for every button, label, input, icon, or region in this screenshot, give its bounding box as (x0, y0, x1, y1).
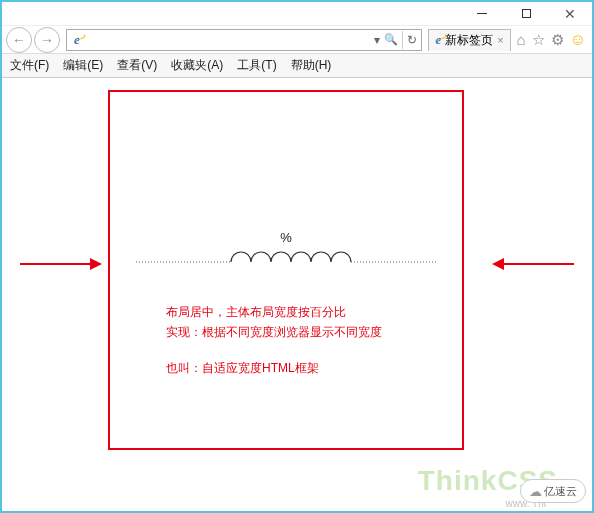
percent-label: % (280, 230, 292, 245)
window-titlebar: ✕ (2, 2, 592, 26)
arrow-line (504, 263, 574, 265)
page-viewport: % 布局居中，主体布局宽度按百分比 实现：根据不同宽度浏览器显示不同宽度 也叫：… (2, 78, 592, 511)
forward-icon: → (40, 32, 54, 48)
maximize-button[interactable] (504, 2, 548, 26)
minimize-button[interactable] (460, 2, 504, 26)
watermark-yisu-text: 亿速云 (544, 484, 577, 499)
watermark-yisu: ☁ 亿速云 (520, 479, 586, 503)
menu-file[interactable]: 文件(F) (10, 57, 49, 74)
menu-tools[interactable]: 工具(T) (237, 57, 276, 74)
arrow-left (20, 258, 102, 270)
cloud-icon: ☁ (529, 484, 542, 499)
spring-icon (136, 250, 436, 274)
address-right-controls: ▾ 🔍 ↻ (370, 31, 421, 49)
gear-icon[interactable]: ⚙ (551, 31, 564, 49)
menu-favorites[interactable]: 收藏夹(A) (171, 57, 223, 74)
tab-new[interactable]: e 新标签页 × (428, 29, 510, 51)
refresh-icon[interactable]: ↻ (407, 33, 417, 47)
forward-button[interactable]: → (34, 27, 60, 53)
menu-edit[interactable]: 编辑(E) (63, 57, 103, 74)
arrow-right (492, 258, 574, 270)
close-button[interactable]: ✕ (548, 2, 592, 26)
arrow-line (20, 263, 90, 265)
nav-toolbar: ← → e ▾ 🔍 ↻ e 新标签页 × ⌂ ☆ ⚙ ☺ (2, 26, 592, 54)
ie-logo-icon: e (67, 32, 87, 48)
divider (402, 31, 403, 49)
arrow-head-icon (90, 258, 102, 270)
menu-help[interactable]: 帮助(H) (291, 57, 332, 74)
back-button[interactable]: ← (6, 27, 32, 53)
arrow-head-icon (492, 258, 504, 270)
layout-demo-box: % 布局居中，主体布局宽度按百分比 实现：根据不同宽度浏览器显示不同宽度 也叫：… (108, 90, 464, 450)
browser-window: ✕ ← → e ▾ 🔍 ↻ e 新标签页 × ⌂ ☆ ⚙ ☺ (0, 0, 594, 513)
desc-line-2: 实现：根据不同宽度浏览器显示不同宽度 (166, 322, 406, 342)
search-icon[interactable]: 🔍 (384, 33, 398, 46)
address-bar[interactable]: e ▾ 🔍 ↻ (66, 29, 422, 51)
close-icon: ✕ (564, 7, 576, 21)
desc-line-3: 也叫：自适应宽度HTML框架 (166, 358, 406, 378)
tab-title: 新标签页 (445, 32, 493, 49)
address-input[interactable] (87, 30, 370, 50)
tab-close-icon[interactable]: × (497, 34, 503, 46)
home-icon[interactable]: ⌂ (517, 31, 526, 48)
dropdown-icon[interactable]: ▾ (374, 33, 380, 47)
squiggle-decoration (110, 250, 462, 274)
toolbar-right: ⌂ ☆ ⚙ ☺ (513, 31, 586, 49)
back-icon: ← (12, 32, 26, 48)
menu-view[interactable]: 查看(V) (117, 57, 157, 74)
favorites-icon[interactable]: ☆ (532, 31, 545, 49)
smiley-icon[interactable]: ☺ (570, 31, 586, 49)
menu-bar: 文件(F) 编辑(E) 查看(V) 收藏夹(A) 工具(T) 帮助(H) (2, 54, 592, 78)
maximize-icon (522, 9, 531, 18)
tab-strip: e 新标签页 × (428, 29, 510, 51)
minimize-icon (477, 13, 487, 14)
ie-logo-icon: e (435, 32, 441, 48)
desc-line-1: 布局居中，主体布局宽度按百分比 (166, 302, 406, 322)
